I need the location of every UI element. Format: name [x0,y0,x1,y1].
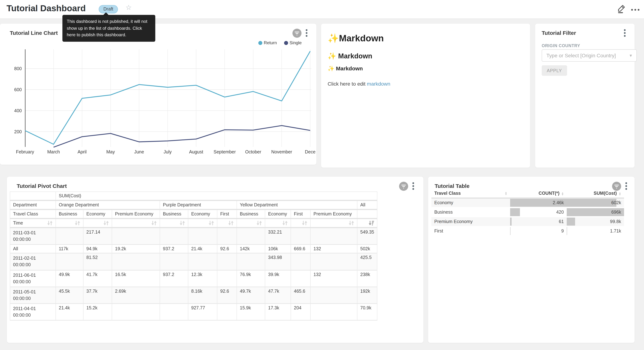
table-row: Business 420 696k [432,208,624,217]
pivot-cell: 465.6 [291,287,310,304]
markdown-footer: Click here to edit markdown [328,81,390,87]
pivot-row-label: 2011-06-0100:00:00 [10,270,56,287]
pivot-row-label: 2011-02-0100:00:00 [10,253,56,270]
cell-travel-class: Business [432,208,510,217]
cell-sum: 1.71k [567,226,624,236]
kebab-menu-icon[interactable] [412,182,414,192]
sort-icon[interactable] [228,220,234,226]
pivot-cell: 21.4k [188,245,217,253]
sum-bar [567,227,567,235]
pivot-cell: 37.7k [83,287,112,304]
kebab-menu-icon[interactable] [625,182,627,192]
pivot-cell: 192k [357,287,377,304]
pivot-cell: 49.7k [237,287,265,304]
more-menu-icon[interactable] [630,6,640,10]
legend-dot [258,41,262,45]
col-header-travel-class[interactable]: Travel Class▲▼ [432,189,510,198]
sort-desc-icon[interactable] [368,220,374,226]
cell-sum: 99.8k [567,217,624,226]
markdown-h1: ✨Markdown [328,33,384,44]
pivot-cell: 19.2k [112,245,160,253]
pivot-cell: 81.52 [83,253,112,270]
pivot-group-header: Orange Department [56,200,160,210]
cell-count: 2.46k [510,198,567,208]
pivot-col-header: Business [160,210,188,218]
pivot-cell [188,253,217,270]
pivot-sort-cell [112,218,160,228]
pivot-cell: 45.5k [56,287,83,304]
pivot-cell [217,304,237,320]
pivot-col-header: First [291,210,310,218]
filter-badge-icon[interactable] [399,182,408,192]
pivot-time-header: Time [10,218,56,228]
pivot-cell: 92.6 [217,245,237,253]
cell-count: 9 [510,226,567,236]
pivot-cell [160,253,188,270]
pivot-cell [56,228,83,245]
kebab-menu-icon[interactable] [306,29,308,38]
pivot-cell: 549.35 [357,228,377,245]
sparkle-icon: ✨ [328,33,339,43]
col-header-count[interactable]: COUNT(*)▲▼ [510,189,567,198]
sort-caret-icon: ▲▼ [561,192,564,195]
pivot-row-label: 2011-04-0100:00:00 [10,304,56,320]
sort-icon[interactable] [256,220,262,226]
sparkle-icon: ✨ [328,65,334,72]
y-tick-label: 400 [14,108,22,113]
sort-icon[interactable] [180,220,185,226]
sort-icon[interactable] [282,220,288,226]
pivot-table: SUM(Cost)DepartmentOrange DepartmentPurp… [10,192,377,321]
table-panel-title: Tutorial Table [435,183,470,189]
sort-icon[interactable] [151,220,157,226]
legend-item-return[interactable]: Return [258,40,277,45]
pivot-cell: 332.21 [265,228,291,245]
cell-count: 420 [510,208,567,217]
sort-icon[interactable] [104,220,109,226]
pivot-cell: 15.9k [237,304,265,320]
cell-travel-class: First [432,226,510,236]
pivot-cell [160,287,188,304]
line-chart-panel: Tutorial Line Chart ReturnSingle 2004006… [0,24,316,165]
data-table: Travel Class▲▼ COUNT(*)▲▼ SUM(Cost)▲▼ Ec… [432,189,624,236]
pivot-cell [112,253,160,270]
pivot-cell: 21.4k [56,304,83,320]
pivot-cell [310,253,357,270]
edit-markdown-link[interactable]: markdown [367,81,390,87]
count-bar [510,227,510,235]
sort-icon[interactable] [208,220,214,226]
pivot-cell [291,270,310,287]
favorite-star-icon[interactable]: ☆ [126,4,132,11]
sort-icon[interactable] [302,220,307,226]
cell-travel-class: Premium Economy [432,217,510,226]
pivot-cell: 76.9k [237,270,265,287]
pivot-cell: 94.9k [83,245,112,253]
pivot-cell [310,287,357,304]
sort-icon[interactable] [47,220,52,226]
x-tick-label: March [47,149,60,154]
x-tick-label: August [189,149,203,154]
legend-item-single[interactable]: Single [284,40,302,45]
pivot-group-header: All [357,200,377,210]
pivot-cell: 217.14 [83,228,112,245]
pivot-cell: 2.69k [112,287,160,304]
pivot-cell [291,253,310,270]
edit-pencil-icon[interactable] [617,4,626,14]
pivot-cell: 16.5k [112,270,160,287]
sort-icon[interactable] [349,220,354,226]
sum-bar [567,218,575,226]
kebab-menu-icon[interactable] [624,29,626,38]
sort-icon[interactable] [75,220,80,226]
pivot-cell [56,253,83,270]
filter-badge-icon[interactable] [292,29,302,39]
pivot-cell [237,253,265,270]
pivot-sort-cell [357,218,377,228]
apply-button[interactable]: APPLY [542,65,567,76]
col-header-sum[interactable]: SUM(Cost)▲▼ [567,189,624,198]
pivot-measure-label: SUM(Cost) [56,192,377,200]
origin-country-select[interactable]: Type or Select [Origin Country] ▼ [542,49,637,62]
pivot-cell [160,304,188,320]
pivot-cell: 502k [357,245,377,253]
pivot-cell [160,228,188,245]
pivot-row-dim-label: Department [10,200,56,210]
pivot-cell [310,228,357,245]
